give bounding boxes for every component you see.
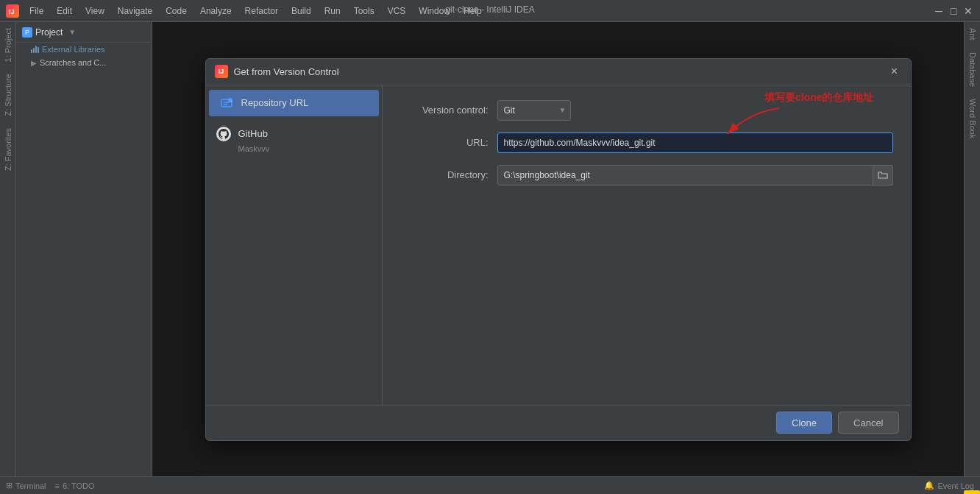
scratches-item[interactable]: ▶ Scratches and C... <box>16 56 152 69</box>
project-header[interactable]: P Project ▼ <box>16 22 152 43</box>
project-icon: P <box>22 27 32 38</box>
favorites-panel-label[interactable]: Z: Favorites <box>2 122 14 177</box>
database-panel-label[interactable]: Database <box>967 46 979 93</box>
status-bar: ⊞ Terminal ≡ 6: TODO 🔔 Event Log <box>0 476 980 494</box>
clone-button[interactable]: Clone <box>776 412 832 434</box>
nav-repository-url[interactable]: → Repository URL <box>209 90 379 116</box>
project-label: Project <box>35 27 63 38</box>
menu-view[interactable]: View <box>79 4 110 18</box>
menu-edit[interactable]: Edit <box>51 4 78 18</box>
project-panel-label[interactable]: 1: Project <box>2 22 14 68</box>
libraries-icon <box>31 46 39 53</box>
menu-navigate[interactable]: Navigate <box>112 4 158 18</box>
window-controls: ─ □ ✕ <box>933 5 974 17</box>
menu-tools[interactable]: Tools <box>348 4 380 18</box>
svg-text:→: → <box>229 98 232 102</box>
event-log-icon: 🔔 <box>924 481 934 490</box>
menu-code[interactable]: Code <box>160 4 193 18</box>
url-input[interactable] <box>497 133 893 153</box>
window-title: git-clone - IntelliJ IDEA <box>445 4 534 15</box>
ant-panel-label[interactable]: Ant <box>967 22 979 46</box>
left-panel: 1: Project Z: Structure Z: Favorites <box>0 22 16 476</box>
app-logo: IJ <box>6 4 19 18</box>
directory-input-wrapper <box>497 165 893 186</box>
version-control-label: Version control: <box>400 105 489 116</box>
main-content: IJ Get from Version Control × <box>152 22 964 476</box>
structure-panel-label[interactable]: Z: Structure <box>2 68 14 121</box>
dialog-close-button[interactable]: × <box>887 64 902 79</box>
terminal-icon: ⊞ <box>6 481 13 490</box>
external-libraries-item[interactable]: External Libraries <box>16 43 152 56</box>
project-dropdown-icon: ▼ <box>68 28 76 36</box>
dialog-form: 填写要clone的仓库地址 <box>383 85 911 405</box>
menu-file[interactable]: File <box>24 4 49 18</box>
repository-url-label: Repository URL <box>241 97 309 108</box>
version-control-select[interactable]: Git Subversion Mercurial <box>497 100 571 121</box>
dialog-footer: Clone Cancel <box>206 405 911 440</box>
url-row: URL: <box>400 133 893 153</box>
menu-vcs[interactable]: VCS <box>382 4 412 18</box>
word-book-panel-label[interactable]: Word Book <box>967 93 979 144</box>
title-bar: IJ File Edit View Navigate Code Analyze … <box>0 0 980 22</box>
todo-item[interactable]: ≡ 6: TODO <box>55 481 95 490</box>
expand-icon: ▶ <box>31 59 37 67</box>
todo-icon: ≡ <box>55 481 60 490</box>
version-control-select-wrapper: Git Subversion Mercurial ▼ <box>497 100 571 121</box>
maximize-button[interactable]: □ <box>948 5 959 17</box>
github-icon <box>216 127 231 141</box>
event-log-label: Event Log <box>937 481 974 490</box>
svg-text:IJ: IJ <box>9 8 15 15</box>
yellow-indicator <box>964 490 980 494</box>
dialog-body: → Repository URL <box>206 85 911 405</box>
dialog-title: Get from Version Control <box>234 66 881 77</box>
right-panel: Ant Database Word Book <box>964 22 980 476</box>
project-sidebar: P Project ▼ External Libraries ▶ Scratch… <box>16 22 152 476</box>
cancel-button[interactable]: Cancel <box>838 412 898 434</box>
directory-row: Directory: <box>400 165 893 186</box>
terminal-label: Terminal <box>15 481 46 490</box>
url-label: URL: <box>400 137 489 148</box>
directory-label: Directory: <box>400 169 489 180</box>
menu-build[interactable]: Build <box>285 4 317 18</box>
menu-refactor[interactable]: Refactor <box>239 4 284 18</box>
browse-directory-button[interactable] <box>873 165 893 186</box>
dialog-overlay: IJ Get from Version Control × <box>152 22 964 476</box>
folder-icon <box>878 170 888 180</box>
dialog-header: IJ Get from Version Control × <box>206 59 911 85</box>
event-log-item[interactable]: 🔔 Event Log <box>924 481 974 490</box>
version-control-row: Version control: Git Subversion Mercuria… <box>400 100 893 121</box>
menu-run[interactable]: Run <box>319 4 347 18</box>
directory-input[interactable] <box>497 165 893 186</box>
github-label: GitHub <box>238 128 268 139</box>
todo-label: 6: TODO <box>63 481 95 490</box>
github-username: Maskvvv <box>216 144 372 153</box>
close-button[interactable]: ✕ <box>962 5 974 17</box>
dialog-nav: → Repository URL <box>206 85 383 405</box>
terminal-item[interactable]: ⊞ Terminal <box>6 481 46 490</box>
repository-url-icon: → <box>219 96 234 110</box>
dialog-logo: IJ <box>215 65 228 78</box>
menu-analyze[interactable]: Analyze <box>194 4 238 18</box>
external-libraries-label: External Libraries <box>42 45 105 54</box>
get-from-vcs-dialog: IJ Get from Version Control × <box>205 58 912 441</box>
minimize-button[interactable]: ─ <box>933 5 945 17</box>
nav-github[interactable]: GitHub Maskvvv <box>206 118 382 159</box>
scratches-label: Scratches and C... <box>40 58 107 67</box>
